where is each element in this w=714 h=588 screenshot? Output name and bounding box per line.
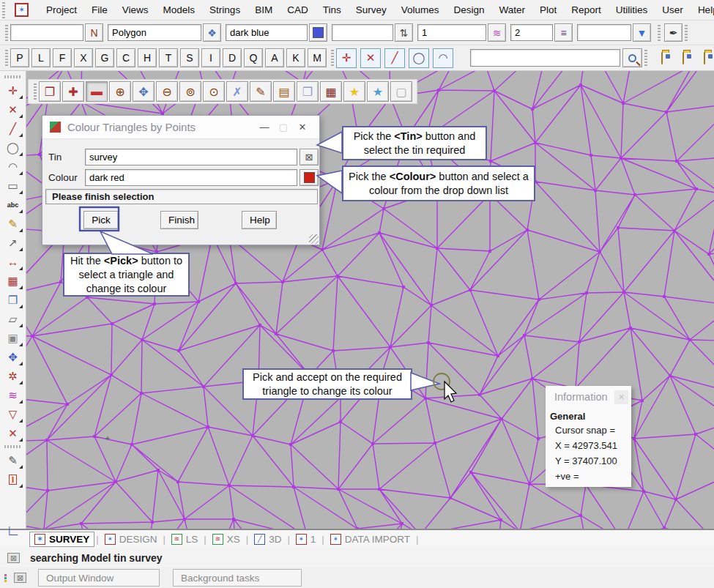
- output-window-button[interactable]: Output Window: [38, 569, 160, 587]
- menu-survey[interactable]: Survey: [356, 4, 387, 15]
- paste-point-button[interactable]: ↗: [3, 234, 23, 252]
- menu-report[interactable]: Report: [571, 4, 601, 15]
- create-line-button[interactable]: ╱: [3, 119, 23, 138]
- grid-view-button[interactable]: ▦: [320, 81, 342, 102]
- toolbar-grip[interactable]: [685, 25, 688, 41]
- menu-bim[interactable]: BIM: [255, 4, 272, 15]
- toolbar-grip[interactable]: [658, 25, 661, 41]
- menu-help[interactable]: Help: [698, 4, 714, 15]
- vertex-snap-button[interactable]: ✕: [360, 48, 381, 68]
- format-input-4[interactable]: [417, 24, 486, 41]
- arc-snap-button[interactable]: ◠: [433, 48, 453, 68]
- pick-button[interactable]: Pick: [83, 211, 119, 229]
- circle-snap-button[interactable]: ◯: [409, 48, 429, 68]
- tin-input[interactable]: [85, 149, 297, 165]
- translate-button[interactable]: ✥: [3, 348, 23, 366]
- image-button[interactable]: ▣: [3, 329, 23, 347]
- tab-ls[interactable]: ≋LS: [167, 532, 203, 546]
- colour-picker-button[interactable]: [300, 169, 319, 186]
- mode-x-button[interactable]: X: [74, 48, 93, 67]
- mode-l-button[interactable]: L: [31, 48, 51, 67]
- copy-view-button[interactable]: ❐: [297, 81, 319, 102]
- sort-z-button[interactable]: ⇅: [395, 23, 413, 42]
- menu-volumes[interactable]: Volumes: [401, 4, 439, 15]
- format-input-6[interactable]: [577, 24, 631, 41]
- format-input-3[interactable]: [332, 24, 393, 41]
- menu-models[interactable]: Models: [163, 4, 196, 15]
- create-circle-button[interactable]: ◯: [3, 138, 23, 157]
- cancel-redraw-button[interactable]: ✗: [226, 81, 248, 102]
- zoom-shrink-button[interactable]: ⊚: [179, 81, 201, 102]
- tab-3d[interactable]: ╱3D: [250, 532, 286, 546]
- mode-s-button[interactable]: S: [180, 48, 199, 67]
- freehand-draw-button[interactable]: ✎: [3, 451, 23, 469]
- colour-line-button[interactable]: ≋: [3, 386, 23, 404]
- mode-d-button[interactable]: D: [223, 48, 242, 67]
- menu-project[interactable]: Project: [46, 4, 77, 15]
- point-snap-button[interactable]: ✛: [336, 48, 357, 68]
- recent-jobs-button[interactable]: [674, 48, 692, 67]
- format-input-5[interactable]: [510, 24, 553, 41]
- zoom-in-button[interactable]: ✚: [62, 81, 84, 102]
- dialog-title-bar[interactable]: Colour Triangles by Points — ▢ ✕: [42, 116, 319, 139]
- favourite-star-yellow-button[interactable]: ★: [343, 81, 365, 102]
- menu-cad[interactable]: CAD: [287, 4, 308, 15]
- tin-picker-button[interactable]: ⊠: [300, 149, 319, 165]
- mode-q-button[interactable]: Q: [244, 48, 263, 67]
- maximize-button[interactable]: ▢: [274, 122, 293, 133]
- name-box-n-button[interactable]: N: [85, 23, 103, 42]
- zoom-out-button[interactable]: ▬: [86, 81, 108, 102]
- toolbar-grip[interactable]: [34, 83, 37, 100]
- view-window-button[interactable]: ❐: [3, 291, 23, 309]
- favourite-star-blue-button[interactable]: ★: [367, 81, 389, 102]
- menu-water[interactable]: Water: [499, 4, 526, 15]
- line-weight-button[interactable]: ≡: [554, 23, 573, 42]
- line-snap-button[interactable]: ╱: [384, 48, 405, 68]
- toolbar-grip[interactable]: [2, 2, 5, 18]
- mode-i-button[interactable]: I: [201, 48, 220, 67]
- interface-text-button[interactable]: I: [3, 470, 23, 488]
- background-tasks-button[interactable]: Background tasks: [173, 569, 302, 587]
- zoom-factor-button[interactable]: ⊖: [156, 81, 178, 102]
- mode-a-button[interactable]: A: [265, 48, 284, 67]
- tab-xs[interactable]: ≋XS: [208, 532, 245, 546]
- polygon-button[interactable]: ▱: [3, 310, 23, 328]
- draw-symbol-button[interactable]: ✎: [3, 215, 23, 233]
- create-arc-button[interactable]: ◠: [3, 157, 23, 176]
- mode-c-button[interactable]: C: [116, 48, 135, 67]
- plan-view-icon[interactable]: ∟: [1, 516, 25, 544]
- search-input[interactable]: [470, 49, 620, 67]
- zoom-extents-button[interactable]: ⊕: [109, 81, 131, 102]
- redraw-brush-button[interactable]: ✎: [250, 81, 272, 102]
- open-project-button[interactable]: [652, 48, 671, 67]
- menu-design[interactable]: Design: [454, 4, 485, 15]
- create-rectangle-button[interactable]: ▭: [3, 176, 23, 195]
- resize-grip[interactable]: [309, 234, 319, 244]
- information-close-button[interactable]: ✕: [614, 390, 628, 404]
- search-button[interactable]: [622, 48, 642, 67]
- mode-m-button[interactable]: M: [308, 48, 327, 67]
- colour-input[interactable]: [85, 169, 297, 186]
- mode-g-button[interactable]: G: [95, 48, 114, 67]
- linestyle-picker-button[interactable]: ❖: [203, 23, 221, 42]
- more-folders-button[interactable]: [696, 48, 714, 67]
- menu-file[interactable]: File: [92, 4, 108, 15]
- create-point-button[interactable]: ✛: [3, 81, 23, 100]
- toolbar-grip[interactable]: [644, 50, 647, 66]
- mode-t-button[interactable]: T: [159, 48, 178, 67]
- menu-utilities[interactable]: Utilities: [616, 4, 648, 15]
- point-style-waves-button[interactable]: ≋: [488, 23, 506, 42]
- pan-button[interactable]: ✥: [133, 81, 155, 102]
- window-pane-button[interactable]: ▢: [390, 81, 412, 102]
- eyedropper-button[interactable]: ✒: [664, 23, 683, 42]
- minimize-button[interactable]: —: [255, 122, 274, 133]
- colour-swatch-dark-blue-button[interactable]: [309, 23, 327, 42]
- increment-point-button[interactable]: ✲: [3, 367, 23, 385]
- format-input-0[interactable]: [10, 24, 83, 41]
- menu-user[interactable]: User: [662, 4, 683, 15]
- toolbar-grip[interactable]: [5, 25, 8, 41]
- help-button[interactable]: Help: [242, 211, 277, 229]
- measure-button[interactable]: ↔: [3, 253, 23, 271]
- mode-f-button[interactable]: F: [53, 48, 72, 67]
- mode-p-button[interactable]: P: [10, 48, 29, 67]
